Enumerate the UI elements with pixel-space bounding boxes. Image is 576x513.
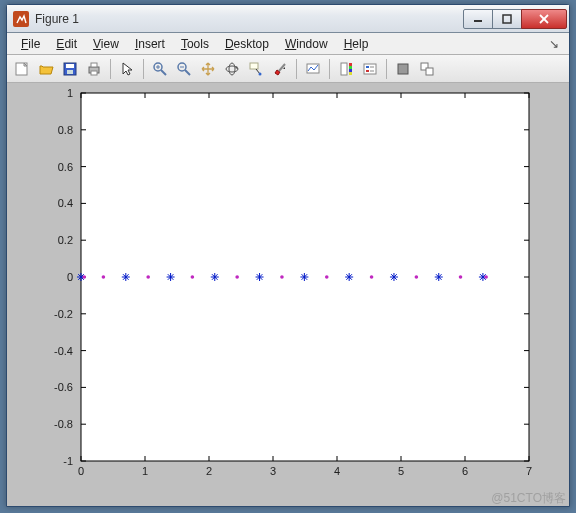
menubar: File Edit View Insert Tools Desktop Wind… [7,33,569,55]
rotate-button[interactable] [221,58,243,80]
svg-point-140 [235,275,239,279]
menu-insert[interactable]: Insert [127,35,173,53]
svg-point-143 [370,275,374,279]
zoom-out-button[interactable] [173,58,195,80]
toolbar [7,55,569,83]
svg-point-22 [259,72,262,75]
close-button[interactable] [521,9,567,29]
svg-line-12 [161,70,166,75]
svg-text:0: 0 [67,271,73,283]
menu-edit[interactable]: Edit [48,35,85,53]
pan-button[interactable] [197,58,219,80]
svg-rect-29 [349,72,352,75]
window-controls [464,9,567,29]
svg-text:0: 0 [78,465,84,477]
brush-button[interactable] [269,58,291,80]
link-plot-button[interactable] [302,58,324,80]
menu-window[interactable]: Window [277,35,336,53]
menu-desktop[interactable]: Desktop [217,35,277,53]
matlab-icon [13,11,29,27]
svg-rect-6 [66,64,74,68]
svg-rect-28 [349,69,352,72]
svg-rect-27 [349,66,352,69]
data-cursor-button[interactable] [245,58,267,80]
svg-point-146 [484,275,488,279]
svg-text:5: 5 [398,465,404,477]
svg-line-23 [279,64,285,71]
maximize-button[interactable] [492,9,522,29]
dock-arrow-icon[interactable]: ↘ [549,37,563,51]
edit-plot-button[interactable] [116,58,138,80]
svg-text:0.6: 0.6 [58,161,73,173]
svg-point-19 [229,63,235,75]
menu-tools[interactable]: Tools [173,35,217,53]
axes[interactable]: 01234567-1-0.8-0.6-0.4-0.200.20.40.60.81 [7,83,569,506]
print-button[interactable] [83,58,105,80]
svg-text:2: 2 [206,465,212,477]
minimize-button[interactable] [463,9,493,29]
svg-point-136 [82,275,86,279]
hide-tools-button[interactable] [392,58,414,80]
svg-text:0.8: 0.8 [58,124,73,136]
svg-rect-25 [341,63,347,75]
svg-rect-26 [349,63,352,66]
svg-line-16 [185,70,190,75]
svg-text:-0.6: -0.6 [54,381,73,393]
svg-point-142 [325,275,329,279]
svg-text:-1: -1 [63,455,73,467]
svg-point-144 [415,275,419,279]
legend-button[interactable] [359,58,381,80]
svg-rect-35 [398,64,408,74]
svg-text:3: 3 [270,465,276,477]
svg-text:1: 1 [67,87,73,99]
svg-rect-9 [91,63,97,67]
svg-rect-20 [250,63,258,69]
figure-canvas[interactable]: 01234567-1-0.8-0.6-0.4-0.200.20.40.60.81 [7,83,569,506]
svg-rect-30 [364,64,376,74]
svg-text:0.4: 0.4 [58,197,73,209]
svg-point-139 [191,275,195,279]
svg-text:6: 6 [462,465,468,477]
svg-rect-10 [91,71,97,75]
window-title: Figure 1 [35,12,464,26]
svg-rect-37 [426,68,433,75]
svg-text:0.2: 0.2 [58,234,73,246]
figure-window: Figure 1 File Edit View Insert Tools Des… [6,4,570,507]
svg-point-137 [102,275,106,279]
svg-rect-1 [503,15,511,23]
titlebar[interactable]: Figure 1 [7,5,569,33]
svg-text:4: 4 [334,465,340,477]
zoom-in-button[interactable] [149,58,171,80]
svg-text:-0.2: -0.2 [54,308,73,320]
svg-rect-7 [67,70,73,74]
svg-text:1: 1 [142,465,148,477]
menu-view[interactable]: View [85,35,127,53]
save-button[interactable] [59,58,81,80]
svg-text:-0.4: -0.4 [54,345,73,357]
open-button[interactable] [35,58,57,80]
svg-text:7: 7 [526,465,532,477]
new-figure-button[interactable] [11,58,33,80]
svg-point-145 [459,275,463,279]
menu-file[interactable]: File [13,35,48,53]
svg-text:-0.8: -0.8 [54,418,73,430]
colorbar-button[interactable] [335,58,357,80]
svg-point-141 [280,275,284,279]
svg-point-138 [146,275,150,279]
menu-help[interactable]: Help [336,35,377,53]
show-tools-button[interactable] [416,58,438,80]
